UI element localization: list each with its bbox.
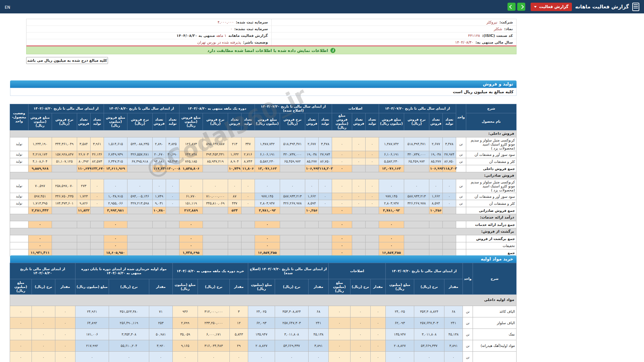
caret-down-icon [534, 6, 537, 9]
value-cell: ۲۷,۹۷۴ [318, 151, 332, 158]
col-unit-header: واحد [456, 104, 466, 130]
value-cell: ۵۹۵,۶۴۷,۸۸۷ [203, 137, 228, 151]
value-cell [352, 165, 365, 172]
info-icon: i [330, 48, 335, 53]
col-status-header: وضعیت محصول-واحد [10, 104, 28, 130]
status-cell: تولید [10, 200, 28, 207]
value-cell: ۳,۰۱۱,۸۰۸ [414, 329, 444, 340]
value-cell: ۰ [104, 235, 127, 242]
value-cell: ۵,۵۸۲,۲۳۰ [255, 158, 280, 165]
value-cell [166, 207, 179, 214]
value-cell: ۱۹,۰۳۸ [429, 151, 443, 158]
value-cell: ۰ [370, 329, 385, 340]
value-cell [318, 207, 332, 214]
row-name-cell: کربوکسی متیل سلولز و سدیم مونو کلرو استی… [466, 137, 517, 151]
section-row-label: درآمد ارائه خدمات: [10, 214, 516, 221]
value-cell: ۳,۹۹۳,۹۸۱ [104, 207, 127, 214]
col-sub-header: مبلغ (میلیون ریال) [10, 279, 32, 295]
info-value: ۴۴۱۱۲۸ [468, 34, 480, 38]
value-cell: ۳۴۴,۳۶۱,۰۴۹ [52, 137, 77, 151]
value-cell [305, 235, 318, 242]
value-cell: ۱,۷۴۹ [152, 193, 166, 200]
value-cell: ۱,۳۸۷,۷۴۲ [379, 137, 404, 151]
value-cell: ۰ [332, 235, 352, 242]
value-cell: ۵۹۷,۴۵۱ [28, 193, 52, 200]
col-sub-header: تعداد فروش [152, 113, 166, 130]
info-value: ۱ ماهه [216, 34, 226, 38]
value-cell: ۳۴۶,۷۵۰,۴۳۵ [52, 193, 77, 200]
info-label: گزارش فعالیت ماهانه [228, 34, 268, 38]
value-cell: ۷۱۰,۰۰۰,۰۰۰ [203, 193, 228, 200]
value-cell: ۲۴,۰۲۵ [248, 306, 275, 317]
value-cell [77, 242, 90, 249]
row-name-cell: کربوکسی متیل سلولز و سدیم مونو کلرو استی… [466, 179, 517, 193]
row-name-cell: جمع برگشت از فروش [466, 235, 517, 242]
col-group-header: اصلاحات [332, 104, 379, 113]
info-value-dark: منتهی به ۱۴۰۴/۰۸/۳۰ [176, 34, 215, 38]
value-cell [52, 165, 77, 172]
value-cell: ۳۶,۱۳۶ [90, 151, 104, 158]
table-row: تن۰۰۰۰۰۰۰۰۰۰۰۰۰۰۰۰۰۰ [10, 352, 516, 362]
unit-cell: تن [463, 317, 473, 329]
value-cell: ۰ [379, 179, 404, 193]
value-cell: ۰ [328, 340, 350, 352]
value-cell: ۵۲۴ [228, 207, 241, 214]
table-row: جمع برگشت از فروش۰۰۰۰۰۰ [10, 235, 516, 242]
value-cell: ۲۴,۰۲۵ [385, 306, 414, 317]
status-cell [10, 242, 28, 249]
next-period-button[interactable] [517, 3, 525, 11]
info-row: شرکت:نیروکلرسرمایه ثبت شده:۴,۰۰۰,۰۰۰ [26, 19, 516, 26]
value-cell: ۱۲ [229, 317, 248, 329]
value-cell: ۸۵,۲۷۷ [429, 158, 443, 165]
value-cell: ۳۵۱,۵۶۳,۳۸۰ [109, 306, 149, 317]
info-cell: گزارش فعالیت ماهانه۱ ماههمنتهی به ۱۴۰۴/۰… [26, 33, 271, 39]
value-cell: ۰ [28, 221, 52, 228]
value-cell: ۱۳,۰۷۶,۱۶۳ [379, 165, 404, 172]
value-cell: ۳۰,۶۹۰ [166, 151, 179, 158]
value-cell: ۱۳۵,۹۴۷ [385, 329, 414, 340]
value-cell [365, 235, 379, 242]
value-cell: ۰ [127, 179, 152, 193]
value-cell: ۲,۹۵۵,۰۶۶ [104, 200, 127, 207]
info-cell: شرکت:نیروکلر [271, 19, 517, 25]
value-cell: ۰ [352, 179, 365, 193]
status-cell: تولید [10, 193, 28, 200]
value-cell: ۱۵۷,۹۲۸,۸۴۷ [52, 151, 77, 158]
col-sub-header: مبلغ (میلیون ریال) [385, 279, 414, 295]
unit-cell [456, 221, 466, 228]
amounts-note-tab[interactable]: کلیه مبالغ درج شده به میلیون ریال می باش… [26, 57, 108, 64]
section-row-label: برگشت از فروش: [10, 228, 516, 235]
status-cell [10, 207, 28, 214]
table-header-row: شرحواحداز ابتدای سال مالی تا تاریخ ۱۴۰۴/… [10, 263, 516, 279]
value-cell: ۲۵۷,۶۴۷,۳۰۳ [275, 317, 308, 329]
value-cell: ۰ [370, 352, 385, 362]
language-toggle[interactable]: EN [5, 5, 10, 10]
prev-period-button[interactable] [507, 3, 516, 11]
value-cell: ۰ [10, 329, 32, 340]
value-cell: ۰ [328, 306, 350, 317]
value-cell: ۸۶,۷۵۰ [318, 158, 332, 165]
value-cell: ۳,۳۵۴,۳۰۸ [109, 329, 149, 340]
info-value: ۱۴۰۴/۰۸/۳۰ [455, 40, 474, 45]
value-cell: ۲,۸۹۰ [152, 137, 166, 151]
value-cell [365, 207, 379, 214]
value-cell: ۰ [379, 221, 404, 228]
value-cell [404, 235, 429, 242]
value-cell: ۲۵۸,۵۹۷,۰۷۰ [52, 179, 77, 193]
value-cell: ۰ [404, 179, 429, 193]
value-cell: ۸,۷۴۳ [241, 158, 255, 165]
col-sub-header: مبلغ فروش (میلیون ریال) [255, 113, 280, 130]
info-value: شکلر [494, 27, 502, 31]
value-cell: ۹,۱۶۵ [172, 340, 198, 352]
value-cell [241, 235, 255, 242]
value-cell: ۰ [328, 329, 350, 340]
value-cell: ۰ [379, 235, 404, 242]
value-cell [318, 235, 332, 242]
col-sub-header: تعداد فروش [228, 113, 241, 130]
value-cell: ۰ [332, 200, 352, 207]
report-type-button[interactable]: گزارش فعالیت [531, 3, 572, 11]
unit-cell: تن [456, 151, 466, 158]
unit-cell: تن [456, 193, 466, 200]
value-cell [365, 165, 379, 172]
info-row: سال مالی منتهی به:۱۴۰۴/۰۸/۳۰وضعیت ناشر:پ… [26, 39, 516, 46]
